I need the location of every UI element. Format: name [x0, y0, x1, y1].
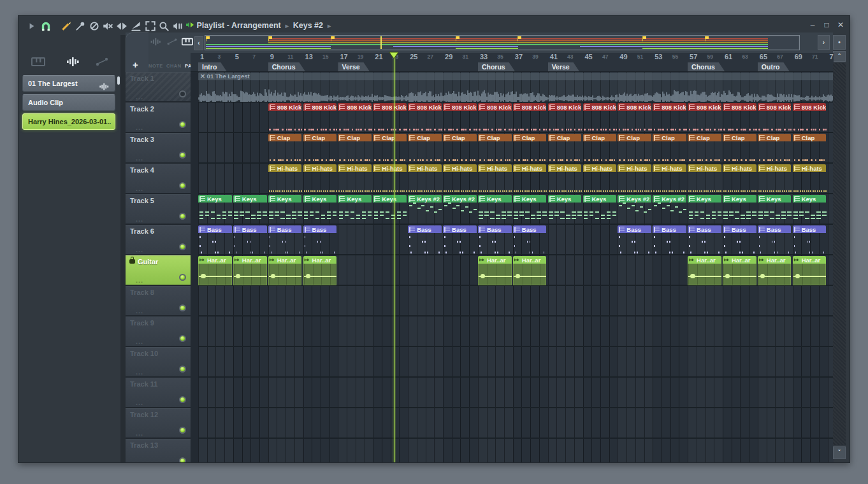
playlist-clip[interactable]: Hi-hats [688, 164, 722, 194]
piano-roll-tab-icon[interactable] [31, 57, 45, 67]
playlist-clip[interactable]: Keys [723, 195, 757, 224]
playlist-clip[interactable]: Keys [583, 195, 618, 224]
minimap-scroll-right-button[interactable]: › [818, 35, 830, 50]
track-led[interactable] [179, 304, 186, 311]
playlist-clip[interactable]: ↦Har..ar [723, 256, 757, 285]
playlist-clip[interactable]: Bass [618, 225, 652, 255]
track-led[interactable] [179, 366, 186, 373]
playlist-clip[interactable]: 808 Kick [478, 103, 512, 132]
playlist-clip[interactable]: Bass [758, 225, 792, 255]
slice-tool-icon[interactable] [131, 20, 142, 32]
section-marker[interactable]: Chorus [688, 62, 725, 72]
track-header-row[interactable]: Track 4... [126, 164, 191, 194]
track-header-row[interactable]: Track 11... [126, 378, 191, 408]
playlist-clip[interactable]: Keys #2 [408, 195, 442, 224]
playback-tool-icon[interactable] [172, 20, 184, 32]
playlist-clip[interactable]: 808 Kick [548, 103, 582, 132]
playlist-clip[interactable]: 808 Kick [618, 103, 652, 132]
playlist-clip[interactable]: Keys [513, 195, 547, 224]
section-marker[interactable]: Outro [758, 62, 790, 72]
section-marker[interactable]: Verse [338, 62, 370, 72]
track-led[interactable] [179, 213, 186, 220]
playlist-clip[interactable]: ↦Har..ar [198, 256, 233, 285]
playlist-clip[interactable]: Keys [758, 195, 792, 224]
playlist-clip[interactable]: Hi-hats [653, 164, 687, 194]
add-pattern-button[interactable]: + [133, 59, 138, 70]
playlist-clip[interactable]: Hi-hats [373, 164, 407, 194]
playlist-clip[interactable]: Hi-hats [408, 164, 442, 194]
playlist-clip[interactable]: Bass [653, 225, 687, 255]
playlist-clip[interactable]: Clap [758, 134, 792, 163]
playlist-clip[interactable]: Clap [548, 134, 582, 163]
timeline[interactable]: 1357911131517192123252729313335373941434… [191, 53, 834, 72]
playlist-clip[interactable]: Clap [653, 134, 687, 163]
pat-mode-icon[interactable] [182, 37, 193, 46]
playlist-clip[interactable]: Hi-hats [443, 164, 477, 194]
track-led[interactable] [179, 396, 186, 403]
playlist-clip[interactable]: Bass [723, 225, 757, 255]
chan-mode-icon[interactable] [166, 37, 178, 46]
playlist-clip[interactable]: Keys #2 [653, 195, 687, 224]
playlist-clip[interactable]: Keys [233, 195, 268, 224]
minimize-button[interactable]: – [807, 20, 818, 30]
section-marker[interactable]: Chorus [478, 62, 516, 72]
playlist-clip[interactable]: Bass [443, 225, 477, 255]
playlist-clip[interactable]: Bass [688, 225, 722, 255]
picker-item[interactable]: Audio Clip [22, 94, 115, 111]
playlist-clip[interactable]: Bass [478, 225, 512, 255]
track-header-row[interactable]: Track 10... [126, 347, 191, 378]
playlist-clip[interactable]: 808 Kick [408, 103, 442, 132]
playlist-clip[interactable]: Bass [303, 225, 338, 255]
playlist-clip[interactable]: 808 Kick [268, 103, 303, 132]
automation-tab-icon[interactable] [95, 57, 109, 67]
delete-tool-icon[interactable] [89, 20, 100, 32]
playlist-clip[interactable]: Keys [793, 195, 827, 224]
track-led[interactable] [179, 243, 186, 250]
playlist-clip[interactable]: Clap [583, 134, 618, 163]
track-header-row[interactable]: Track 3... [126, 133, 191, 164]
playhead[interactable] [393, 57, 396, 463]
slide-tool-icon[interactable] [61, 20, 72, 32]
playlist-clip[interactable]: Clap [373, 134, 407, 163]
breadcrumb-pattern[interactable]: Keys #2 [293, 21, 323, 30]
playlist-clip[interactable]: ↦Har..ar [303, 256, 338, 285]
playlist-clip[interactable]: ↦Har..ar [793, 256, 827, 285]
playlist-clip[interactable]: Clap [793, 134, 827, 163]
snap-magnet-icon[interactable] [40, 20, 52, 32]
playlist-clip[interactable]: ↦Har..ar [268, 256, 303, 285]
picker-item[interactable]: Harry Hines_2026-03-01.. [22, 113, 115, 130]
playlist-clip[interactable]: 808 Kick [723, 103, 757, 132]
playlist-clip[interactable]: Hi-hats [338, 164, 372, 194]
close-button[interactable]: ✕ [835, 20, 846, 30]
playlist-clip[interactable]: ↦Har..ar [688, 256, 722, 285]
slip-tool-icon[interactable] [116, 20, 127, 32]
track-led[interactable] [179, 274, 186, 281]
playlist-clip[interactable]: Keys [373, 195, 407, 224]
playlist-clip[interactable]: Hi-hats [268, 164, 303, 194]
playlist-clip[interactable]: Bass [233, 225, 268, 255]
playlist-clip[interactable]: Hi-hats [513, 164, 547, 194]
playlist-clip[interactable]: Clap [723, 134, 757, 163]
maximize-button[interactable]: □ [821, 20, 832, 30]
playlist-clip[interactable]: Keys [198, 195, 233, 224]
paint-tool-icon[interactable] [75, 20, 86, 32]
playlist-clip[interactable]: Keys #2 [443, 195, 477, 224]
picker-scrollbar-thumb[interactable] [117, 76, 120, 85]
section-marker[interactable]: Verse [548, 62, 580, 72]
playlist-clip[interactable]: Keys [268, 195, 303, 224]
scroll-down-button[interactable]: ˇ [833, 446, 846, 459]
playlist-clip[interactable]: 808 Kick [373, 103, 407, 132]
playlist-clip[interactable]: Bass [268, 225, 303, 255]
playlist-clip[interactable]: 808 Kick [793, 103, 827, 132]
playlist-clip[interactable]: Hi-hats [758, 164, 792, 194]
playlist-clip[interactable]: Clap [513, 134, 547, 163]
playlist-clip[interactable]: Keys [303, 195, 338, 224]
playlist-clip[interactable]: ↦Har..ar [233, 256, 268, 285]
playlist-clip[interactable]: Hi-hats [618, 164, 652, 194]
track-header-row[interactable]: Guitar... [126, 255, 191, 286]
track-header-row[interactable]: Track 9... [126, 317, 191, 347]
track-led[interactable] [179, 427, 186, 434]
playlist-clip[interactable]: Clap [338, 134, 372, 163]
playlist-clip[interactable]: Clap [478, 134, 512, 163]
playlist-clip[interactable]: Keys [338, 195, 372, 224]
